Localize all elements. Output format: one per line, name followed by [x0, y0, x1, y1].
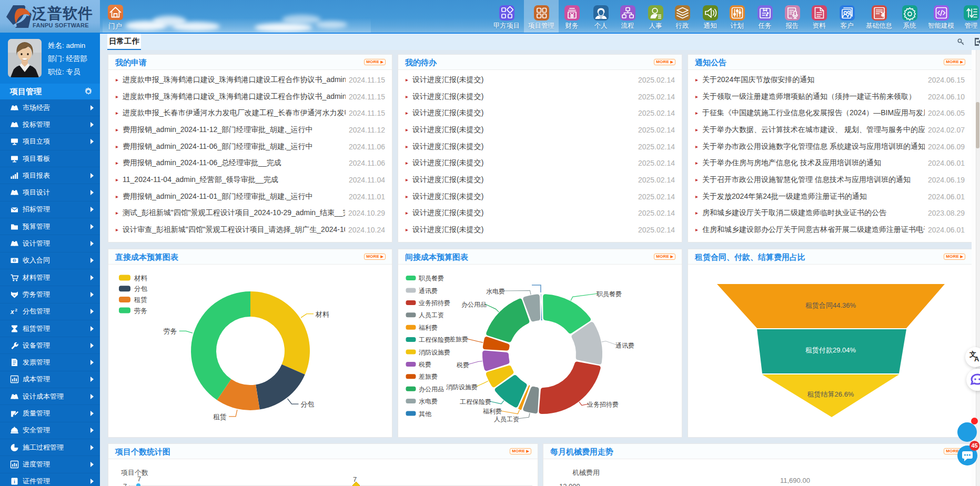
- svg-text:消防设施费: 消防设施费: [446, 383, 478, 391]
- svg-text:劳务: 劳务: [134, 307, 147, 315]
- svg-text:其他: 其他: [419, 410, 432, 418]
- svg-text:职员餐费: 职员餐费: [597, 290, 622, 298]
- svg-text:通讯费: 通讯费: [615, 342, 634, 349]
- svg-text:材料: 材料: [134, 275, 148, 282]
- svg-text:x: x: [10, 308, 15, 316]
- svg-text:i: i: [14, 479, 15, 484]
- svg-text:业务招待费: 业务招待费: [419, 299, 450, 307]
- svg-text:租赁: 租赁: [134, 296, 147, 303]
- svg-text:办公用品: 办公用品: [461, 301, 487, 308]
- svg-text:税费: 税费: [418, 361, 431, 368]
- svg-text:租赁: 租赁: [213, 413, 227, 421]
- svg-text:差旅费: 差旅费: [449, 336, 468, 343]
- svg-text:A: A: [974, 355, 979, 363]
- svg-text:差旅费: 差旅费: [418, 373, 438, 380]
- svg-text:业务招待费: 业务招待费: [587, 401, 619, 408]
- svg-text:税费: 税费: [456, 361, 469, 369]
- svg-text:职员餐费: 职员餐费: [419, 275, 444, 282]
- svg-text:办公用品: 办公用品: [419, 386, 444, 393]
- svg-text:分包: 分包: [134, 285, 148, 292]
- svg-text:劳务: 劳务: [164, 327, 177, 335]
- svg-text:水电费: 水电费: [486, 288, 505, 295]
- svg-text:消防设施费: 消防设施费: [419, 349, 450, 356]
- svg-text:分包: 分包: [301, 400, 315, 408]
- svg-text:0: 0: [14, 259, 16, 262]
- svg-text:水电费: 水电费: [419, 398, 438, 405]
- svg-text:工程保险费: 工程保险费: [460, 398, 491, 406]
- svg-text:2: 2: [15, 308, 18, 312]
- svg-text:租赁付款29.04%: 租赁付款29.04%: [805, 346, 856, 354]
- svg-text:工程保险费: 工程保险费: [419, 336, 450, 343]
- svg-text:福利费: 福利费: [418, 324, 438, 331]
- svg-text:人员工资: 人员工资: [419, 311, 444, 319]
- svg-text:通讯费: 通讯费: [419, 287, 438, 295]
- svg-text:人员工资: 人员工资: [494, 416, 519, 423]
- svg-text:福利费: 福利费: [482, 408, 502, 415]
- svg-text:租赁结算26.6%: 租赁结算26.6%: [807, 390, 854, 398]
- svg-text:材料: 材料: [315, 310, 329, 318]
- svg-text:租赁合同44.36%: 租赁合同44.36%: [805, 301, 856, 309]
